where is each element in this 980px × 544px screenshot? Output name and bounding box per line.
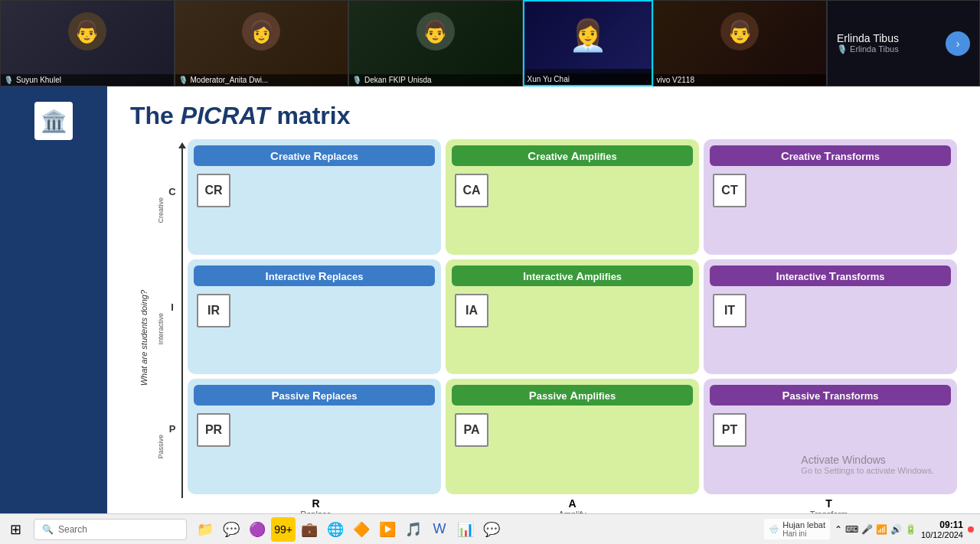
file-explorer-icon[interactable]: 📁 xyxy=(193,517,217,542)
cell-pt-header: Passive Transforms xyxy=(710,385,951,406)
expand-icon[interactable]: ⌃ xyxy=(835,524,842,535)
windows-logo-icon: ⊞ xyxy=(10,521,21,538)
y-axis-arrowhead xyxy=(178,142,186,148)
app-icon-5[interactable]: ▶️ xyxy=(375,517,400,542)
participant-name-4: Xun Yu Chai xyxy=(528,75,570,83)
cell-it-abbr: IT xyxy=(713,294,746,327)
notification-badge[interactable] xyxy=(968,526,974,533)
keyboard-icon[interactable]: ⌨ xyxy=(845,524,858,535)
cell-cr-abbr: CR xyxy=(197,174,230,207)
taskbar-app-icons: 📁 💬 🟣 99+ 💼 🌐 🔶 ▶️ 🎵 W 📊 💬 xyxy=(190,517,507,542)
search-icon: 🔍 xyxy=(42,524,54,535)
current-time: 09:11 xyxy=(921,520,963,530)
teams-icon[interactable]: 💬 xyxy=(219,517,243,542)
left-sidebar: 🏛️ xyxy=(0,86,107,544)
app-icon-2[interactable]: 99+ xyxy=(271,517,296,542)
x-tick-t-letter: T xyxy=(701,497,957,510)
slide-title: The PICRAT matrix xyxy=(130,102,957,130)
mic-sys-icon[interactable]: 🎤 xyxy=(861,524,873,535)
y-tick-creative: C Creative xyxy=(157,186,188,223)
cell-ct: Creative Transforms CT xyxy=(704,139,957,255)
taskbar: ⊞ 🔍 Search 📁 💬 🟣 99+ 💼 🌐 🔶 ▶️ 🎵 W 📊 💬 🌧️… xyxy=(0,513,980,544)
app-icon-8[interactable]: 💬 xyxy=(479,517,504,542)
featured-subname: 🎙️ Erlinda Tibus xyxy=(837,44,899,54)
cell-ia-abbr: IA xyxy=(455,294,488,327)
cell-ct-header: Creative Transforms xyxy=(710,145,951,166)
activate-windows-subtitle: Go to Settings to activate Windows. xyxy=(801,466,934,475)
cell-pr-header: Passive Replaces xyxy=(194,385,435,406)
app-icon-4[interactable]: 🔶 xyxy=(349,517,374,542)
cell-cr: Creative Replaces CR xyxy=(188,139,441,255)
participant-name-1: Suyun Khulel xyxy=(16,76,61,84)
cell-ct-abbr: CT xyxy=(713,174,746,207)
battery-icon[interactable]: 🔋 xyxy=(905,524,916,535)
cell-pa-abbr: PA xyxy=(455,413,488,447)
cell-ca-abbr: CA xyxy=(455,174,488,207)
cell-pt: Passive Transforms PT xyxy=(704,379,957,494)
cell-pa-header: Passive Amplifies xyxy=(452,385,693,406)
weather-sub: Hari ini xyxy=(782,529,825,538)
app-icon-6[interactable]: 🎵 xyxy=(401,517,426,542)
start-button[interactable]: ⊞ xyxy=(0,514,31,545)
app-icon-3[interactable]: 💼 xyxy=(297,517,322,542)
x-tick-r-letter: R xyxy=(188,497,444,510)
cell-it: Interactive Transforms IT xyxy=(704,259,957,375)
activate-windows-title: Activate Windows xyxy=(801,454,934,466)
cell-ia-header: Interactive Amplifies xyxy=(452,265,693,286)
weather-icon: 🌧️ xyxy=(769,524,779,534)
cell-ia: Interactive Amplifies IA xyxy=(446,259,699,375)
main-content: The PICRAT matrix What are students doin… xyxy=(107,86,980,544)
cell-ir-header: Interactive Replaces xyxy=(194,265,435,286)
participant-name-3: Dekan FKIP Unisda xyxy=(364,76,432,84)
title-prefix: The xyxy=(130,102,181,129)
cell-pr-abbr: PR xyxy=(197,413,230,447)
cell-it-header: Interactive Transforms xyxy=(710,265,951,286)
y-tick-passive: P Passive xyxy=(157,423,188,459)
title-highlight: PICRAT xyxy=(181,102,270,129)
app-icon-1[interactable]: 🟣 xyxy=(245,517,270,542)
weather-widget: 🌧️ Hujan lebat Hari ini xyxy=(764,519,830,539)
cell-ca: Creative Amplifies CA xyxy=(446,139,699,255)
taskbar-right: 🌧️ Hujan lebat Hari ini ⌃ ⌨ 🎤 📶 🔊 🔋 09:1… xyxy=(764,519,980,539)
cell-pr: Passive Replaces PR xyxy=(188,379,441,494)
search-label: Search xyxy=(58,524,87,535)
participant-name-5: vivo V2118 xyxy=(657,76,694,84)
edge-icon[interactable]: 🌐 xyxy=(323,517,348,542)
next-participant-button[interactable]: › xyxy=(946,31,970,56)
word-icon[interactable]: W xyxy=(427,517,452,542)
activate-windows-watermark: Activate Windows Go to Settings to activ… xyxy=(801,454,934,475)
y-axis-main-label: What are students doing? xyxy=(139,290,149,386)
mic-icon-2: 🎙️ xyxy=(178,76,188,84)
video-participant-5[interactable]: 👨 vivo V2118 xyxy=(653,0,828,86)
taskbar-search-box[interactable]: 🔍 Search xyxy=(34,519,187,540)
current-date: 10/12/2024 xyxy=(921,530,963,539)
cell-ir: Interactive Replaces IR xyxy=(188,259,441,375)
video-bar: 👨 🎙️ Suyun Khulel 👩 🎙️ Moderator_Anita D… xyxy=(0,0,980,86)
y-axis-line xyxy=(181,147,183,498)
cell-ca-header: Creative Amplifies xyxy=(452,145,693,166)
featured-participant: Erlinda Tibus 🎙️ Erlinda Tibus › xyxy=(827,0,980,86)
video-participant-3[interactable]: 👨 🎙️ Dekan FKIP Unisda xyxy=(348,0,523,86)
app-icon-7[interactable]: 📊 xyxy=(453,517,478,542)
cell-pt-abbr: PT xyxy=(713,413,746,447)
volume-icon[interactable]: 🔊 xyxy=(890,524,902,535)
time-display: 09:11 10/12/2024 xyxy=(921,520,963,539)
weather-condition: Hujan lebat xyxy=(782,520,825,529)
y-tick-interactive: I Interactive xyxy=(157,301,188,345)
title-suffix: matrix xyxy=(270,102,351,129)
featured-name: Erlinda Tibus xyxy=(837,32,899,44)
video-participant-1[interactable]: 👨 🎙️ Suyun Khulel xyxy=(0,0,175,86)
x-tick-a-letter: A xyxy=(444,497,701,510)
video-participant-4[interactable]: 👩‍💼 Xun Yu Chai xyxy=(523,0,653,86)
mic-icon-3: 🎙️ xyxy=(352,76,361,84)
matrix-grid: Creative Replaces CR Creative Amplifies … xyxy=(188,139,957,494)
cell-cr-header: Creative Replaces xyxy=(194,145,435,166)
cell-ir-abbr: IR xyxy=(197,294,230,327)
video-participant-2[interactable]: 👩 🎙️ Moderator_Anita Dwi... xyxy=(175,0,349,86)
participant-name-2: Moderator_Anita Dwi... xyxy=(191,76,269,84)
mic-icon: 🎙️ xyxy=(4,76,13,84)
institution-logo: 🏛️ xyxy=(34,102,73,140)
system-icons: ⌃ ⌨ 🎤 📶 🔊 🔋 xyxy=(835,524,916,535)
wifi-icon[interactable]: 📶 xyxy=(876,524,887,535)
cell-pa: Passive Amplifies PA xyxy=(446,379,699,494)
